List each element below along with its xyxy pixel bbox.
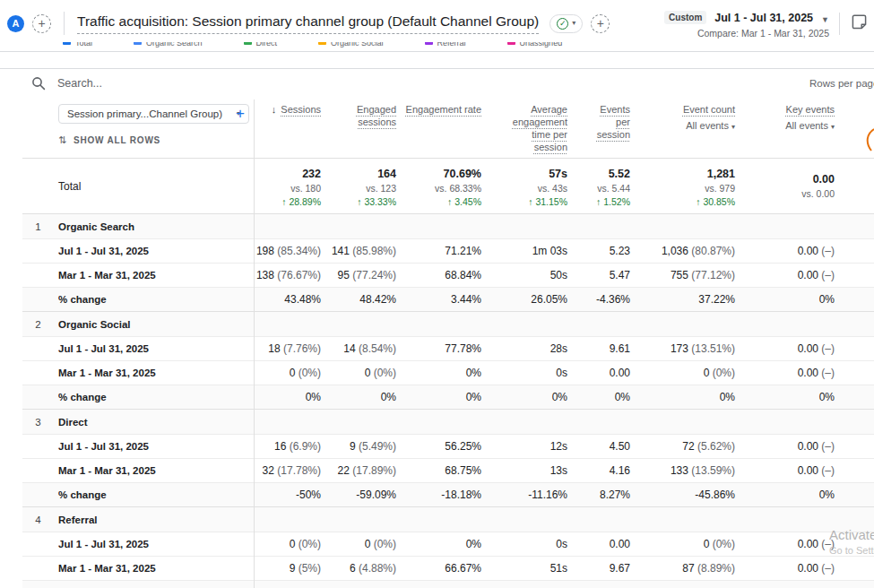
metric-cell: -4.36% (567, 293, 630, 306)
date-range-line: Custom Jul 1 - Jul 31, 2025 ▼ (664, 11, 829, 24)
report-status-dropdown[interactable]: ✓ ▾ (549, 14, 583, 33)
metric-cell: 5.23 (567, 245, 630, 257)
legend-item-direct[interactable]: Direct (244, 42, 278, 49)
search-input[interactable] (57, 77, 344, 90)
row-grid: Mar 1 - Mar 31, 20259 (5%)6 (4.88%)66.67… (22, 557, 874, 580)
date-range-picker[interactable]: Custom Jul 1 - Jul 31, 2025 ▼ Compare: M… (664, 11, 829, 39)
insights-note-icon[interactable] (850, 13, 869, 31)
row-label: Mar 1 - Mar 31, 2025 (54, 465, 254, 476)
metric-cell: 0% (481, 391, 567, 403)
metric-cell: 56.25% (396, 440, 481, 453)
metric-cell: 755 (77.12%) (630, 269, 735, 281)
header-left: A + Traffic acquisition: Session primary… (7, 12, 610, 35)
table-row-period1: Jul 1 - Jul 31, 20250 (0%)0 (0%)0%0s0.00… (22, 532, 874, 556)
metric-share: (7.76%) (283, 342, 321, 355)
date-range-value: Jul 1 - Jul 31, 2025 (714, 12, 813, 24)
row-label: % change (54, 294, 254, 305)
search-icon (31, 76, 46, 91)
row-label: Mar 1 - Mar 31, 2025 (54, 563, 254, 574)
total-change-value: ↑ 31.15% (481, 196, 567, 207)
row-number: 2 (22, 319, 54, 330)
metric-cell: 0.00 (–) (735, 562, 835, 575)
row-label: Direct (54, 417, 254, 428)
metric-cell: 198 (85.34%) (254, 245, 321, 257)
account-avatar[interactable]: A (7, 15, 24, 32)
metric-cell: 0% (396, 538, 481, 550)
total-vs-value: vs. 180 (254, 183, 321, 194)
header-divider (64, 12, 65, 35)
metric-share: (6.9%) (290, 440, 321, 453)
metric-cell: 0.00 (567, 367, 630, 379)
row-grid: % change43.48%48.42%3.44%26.05%-4.36%37.… (22, 288, 874, 311)
table-row-change: % change43.48%48.42%3.44%26.05%-4.36%37.… (22, 287, 874, 311)
metric-cell: 0s (481, 367, 567, 379)
row-label: Mar 1 - Mar 31, 2025 (54, 368, 254, 378)
total-vs-value: vs. 68.33% (396, 183, 481, 194)
metric-filter-dropdown[interactable]: All events ▾ (630, 119, 735, 132)
legend-item-total[interactable]: Total (63, 42, 92, 49)
legend-marker-icon (507, 42, 515, 45)
metric-cell: 26.05% (481, 293, 567, 306)
metric-share: (–) (821, 245, 835, 257)
legend-item-organic-social[interactable]: Organic Social (318, 42, 384, 49)
column-header-event-count[interactable]: Event countAll events ▾ (630, 103, 735, 153)
legend-marker-icon (244, 42, 252, 45)
column-header-sessions[interactable]: ↓ Sessions (254, 103, 321, 153)
row-grid: 1Organic Search (22, 214, 874, 238)
metric-cell: 0% (735, 391, 835, 403)
metric-cell: 5.47 (567, 269, 630, 281)
row-label: Organic Social (54, 319, 254, 330)
row-grid: 3Direct (22, 410, 874, 434)
metric-cell: 4.16 (567, 464, 630, 477)
column-header-label: Engagement rate (406, 103, 481, 116)
metric-cell: 0.00 (–) (735, 440, 835, 453)
legend-item-referral[interactable]: Referral (425, 42, 466, 49)
legend-label: Total (75, 42, 92, 48)
row-grid: Mar 1 - Mar 31, 20250 (0%)0 (0%)0%0s0.00… (22, 361, 874, 385)
metric-cell: 0.00 (–) (735, 269, 835, 281)
row-grid: 2Organic Social (22, 312, 874, 336)
column-header-label: Event count (683, 103, 735, 116)
metric-cell: 0% (567, 391, 630, 403)
metric-cell: 0% (735, 489, 835, 501)
metric-share: (–) (821, 342, 835, 355)
table-body: 1Organic SearchJul 1 - Jul 31, 2025198 (… (22, 213, 874, 588)
metric-share: (–) (821, 562, 835, 575)
add-comparison-button[interactable]: + (32, 14, 51, 33)
metric-cell: 0 (0%) (321, 538, 396, 550)
check-icon: ✓ (557, 18, 568, 30)
row-label: Jul 1 - Jul 31, 2025 (54, 343, 254, 354)
show-all-rows-button[interactable]: ⇅ SHOW ALL ROWS (58, 134, 160, 146)
table-row-period2: Mar 1 - Mar 31, 202532 (17.78%)22 (17.89… (22, 458, 874, 482)
row-label: % change (54, 489, 254, 500)
row-grid: Mar 1 - Mar 31, 202532 (17.78%)22 (17.89… (22, 459, 874, 482)
column-header-events-per-session[interactable]: Events per session (567, 103, 630, 153)
column-header-key-events[interactable]: Key eventsAll events ▾ (735, 103, 835, 153)
column-header-average-engagement-time-per-session[interactable]: Average engagement time per session (481, 103, 567, 153)
column-header-engaged-sessions[interactable]: Engaged sessions (321, 103, 396, 153)
total-value: 57s (481, 168, 567, 180)
total-vs-value: vs. 123 (321, 183, 396, 194)
metric-cell: 0.00 (–) (735, 342, 835, 355)
dimension-selector[interactable]: Session primary...Channel Group) ▾ (58, 104, 249, 124)
column-header-label: Sessions (281, 103, 321, 116)
row-label: Jul 1 - Jul 31, 2025 (54, 441, 254, 452)
total-vs-value: vs. 0.00 (735, 188, 835, 199)
column-header-engagement-rate[interactable]: Engagement rate (396, 103, 481, 153)
add-dimension-button[interactable]: + (236, 105, 245, 123)
legend-item-unassigned[interactable]: Unassigned (507, 42, 563, 49)
column-header-label: Engaged sessions (321, 103, 396, 128)
metric-share: (5.62%) (697, 440, 735, 453)
row-grid: % change (22, 581, 874, 588)
metric-cell: 138 (76.67%) (254, 269, 321, 281)
add-report-button[interactable]: + (591, 14, 610, 33)
total-value: 1,281 (630, 168, 735, 180)
metric-share: (0%) (713, 367, 735, 379)
metric-cell: 0 (0%) (630, 538, 735, 550)
table-row-change: % change0%0%0%0%0%0%0% (22, 385, 874, 409)
metric-share: (–) (821, 538, 835, 550)
metric-share: (–) (821, 440, 835, 453)
legend-item-organic-search[interactable]: Organic Search (134, 42, 203, 49)
metric-filter-dropdown[interactable]: All events ▾ (735, 119, 835, 132)
metric-cell: 1m 03s (481, 245, 567, 257)
